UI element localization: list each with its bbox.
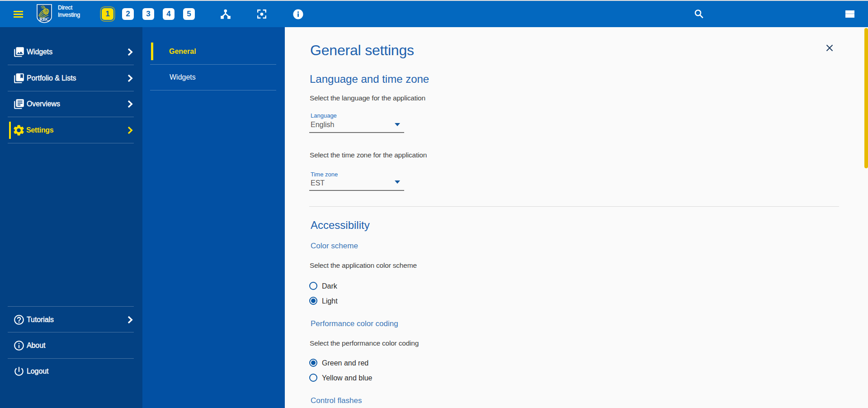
svg-text:RBC: RBC (39, 17, 49, 22)
